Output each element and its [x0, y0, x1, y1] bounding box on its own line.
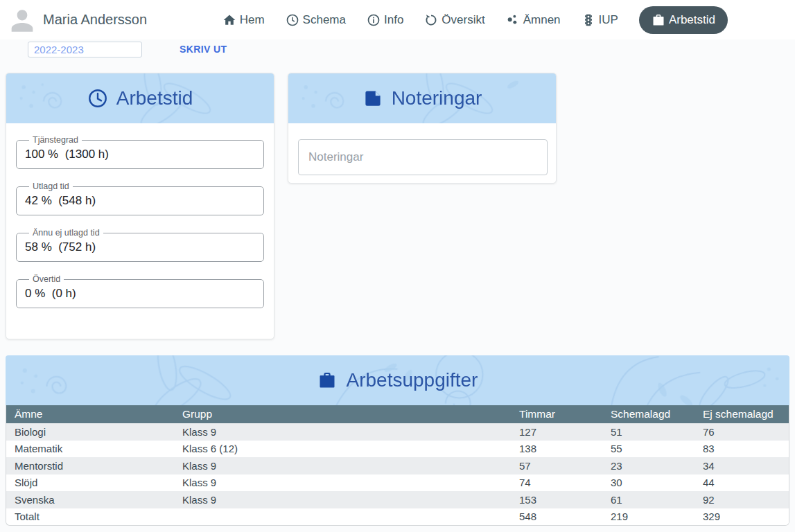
- print-button[interactable]: SKRIV UT: [180, 44, 227, 55]
- cell-unscheduled: 83: [694, 441, 789, 458]
- tasks-table-wrap: Ämne Grupp Timmar Schemalagd Ej schemala…: [6, 405, 789, 526]
- cell-scheduled: 23: [602, 457, 694, 475]
- cell-scheduled: 30: [602, 475, 694, 492]
- cell-scheduled: 55: [602, 441, 694, 458]
- field-value: 58 % (752 h): [25, 239, 255, 254]
- home-icon: [222, 13, 236, 27]
- col-header-group: Grupp: [174, 405, 511, 423]
- cell-unscheduled: 44: [694, 475, 789, 492]
- table-row: Biologi Klass 9 127 51 76: [6, 423, 789, 441]
- notes-card-body: [288, 123, 556, 175]
- cell-subject: Svenska: [6, 491, 174, 508]
- notes-input[interactable]: [298, 139, 548, 175]
- nav-item-label: IUP: [599, 13, 618, 27]
- field-annu-ej-utlagd-tid: Ännu ej utlagd tid 58 % (752 h): [16, 228, 264, 262]
- clock-icon: [286, 13, 299, 27]
- cell-scheduled: 219: [602, 508, 694, 526]
- cell-unscheduled: 329: [694, 508, 789, 526]
- nav-item-info[interactable]: Info: [367, 13, 403, 27]
- cell-hours: 138: [511, 441, 602, 458]
- field-value: 0 % (0 h): [25, 285, 255, 301]
- nav-item-amnen[interactable]: Ämnen: [506, 13, 561, 27]
- user-name: Maria Andersson: [43, 12, 147, 28]
- notes-card: Noteringar: [288, 73, 557, 184]
- note-icon: [362, 88, 383, 109]
- avatar: [8, 6, 36, 34]
- cell-subject: Biologi: [6, 423, 174, 441]
- worktime-card: Arbetstid Tjänstegrad 100 % (1300 h) Utl…: [6, 73, 274, 339]
- cell-group: Klass 9: [174, 475, 511, 492]
- cell-group: Klass 9: [174, 491, 511, 508]
- field-label: Utlagd tid: [29, 181, 73, 191]
- field-value: 100 % (1300 h): [25, 146, 255, 161]
- worktime-card-title: Arbetstid: [116, 87, 193, 109]
- table-row: Slöjd Klass 9 74 30 44: [6, 475, 789, 492]
- field-tjanstegrad: Tjänstegrad 100 % (1300 h): [16, 135, 264, 169]
- cell-group: Klass 6 (12): [174, 441, 511, 458]
- nav-item-label: Hem: [240, 13, 265, 27]
- top-nav: Maria Andersson Hem Schema Info Översikt…: [0, 0, 795, 39]
- nav-item-label: Info: [384, 13, 403, 27]
- nav-item-label: Ämnen: [523, 13, 561, 27]
- field-label: Tjänstegrad: [29, 135, 82, 145]
- table-row: Svenska Klass 9 153 61 92: [6, 491, 789, 508]
- briefcase-icon: [317, 371, 337, 390]
- school-year-input[interactable]: [28, 42, 142, 57]
- nav-item-iup[interactable]: IUP: [582, 13, 618, 27]
- cell-hours: 153: [511, 491, 602, 508]
- cell-hours: 74: [511, 475, 602, 492]
- col-header-scheduled: Schemalagd: [602, 405, 694, 423]
- nav-item-label: Arbetstid: [669, 13, 715, 27]
- rotate-icon: [424, 13, 438, 27]
- cell-subject: Totalt: [6, 508, 174, 526]
- notes-card-header: Noteringar: [288, 73, 556, 123]
- col-header-unscheduled: Ej schemalagd: [694, 405, 789, 423]
- field-value: 42 % (548 h): [25, 193, 255, 208]
- cell-subject: Slöjd: [6, 475, 174, 492]
- cell-group: Klass 9: [174, 423, 511, 441]
- table-row: Matematik Klass 6 (12) 138 55 83: [6, 441, 789, 458]
- briefcase-icon: [652, 13, 665, 27]
- cell-group: [174, 508, 511, 526]
- notes-card-title: Noteringar: [392, 87, 482, 109]
- col-header-hours: Timmar: [511, 405, 602, 423]
- cell-subject: Mentorstid: [6, 457, 174, 475]
- info-icon: [367, 13, 381, 27]
- nav-items: Hem Schema Info Översikt Ämnen IUP Arbet…: [222, 6, 795, 34]
- col-header-subject: Ämne: [6, 405, 174, 423]
- nav-item-label: Översikt: [442, 13, 484, 27]
- nav-item-label: Schema: [303, 13, 346, 27]
- cell-unscheduled: 34: [694, 457, 789, 475]
- cell-scheduled: 51: [602, 423, 694, 441]
- field-label: Ännu ej utlagd tid: [29, 228, 103, 238]
- tasks-table: Ämne Grupp Timmar Schemalagd Ej schemala…: [6, 405, 789, 525]
- tasks-section: Arbetsuppgifter Ämne Grupp Timmar Schema…: [6, 355, 789, 526]
- cell-scheduled: 61: [602, 491, 694, 508]
- nav-item-oversikt[interactable]: Översikt: [424, 13, 484, 27]
- worktime-card-body: Tjänstegrad 100 % (1300 h) Utlagd tid 42…: [6, 123, 274, 308]
- nav-item-schema[interactable]: Schema: [286, 13, 346, 27]
- cell-unscheduled: 92: [694, 491, 789, 508]
- cell-hours: 127: [511, 423, 602, 441]
- field-utlagd-tid: Utlagd tid 42 % (548 h): [16, 181, 264, 215]
- traffic-light-icon: [582, 13, 595, 27]
- worktime-card-header: Arbetstid: [6, 73, 274, 123]
- tasks-title: Arbetsuppgifter: [347, 369, 478, 391]
- nav-item-arbetstid-active[interactable]: Arbetstid: [639, 6, 728, 34]
- clock-icon: [87, 88, 108, 109]
- cell-subject: Matematik: [6, 441, 174, 458]
- tasks-banner: Arbetsuppgifter: [6, 355, 789, 405]
- field-overtid: Övertid 0 % (0 h): [16, 274, 264, 308]
- cell-unscheduled: 76: [694, 423, 789, 441]
- table-row-total: Totalt 548 219 329: [6, 508, 789, 526]
- cell-hours: 548: [511, 508, 602, 526]
- table-row: Mentorstid Klass 9 57 23 34: [6, 457, 789, 475]
- table-header-row: Ämne Grupp Timmar Schemalagd Ej schemala…: [6, 405, 789, 423]
- nav-item-hem[interactable]: Hem: [222, 13, 265, 27]
- bubble-dots-icon: [506, 13, 520, 27]
- field-label: Övertid: [29, 274, 64, 284]
- cell-group: Klass 9: [174, 457, 511, 475]
- cell-hours: 57: [511, 457, 602, 475]
